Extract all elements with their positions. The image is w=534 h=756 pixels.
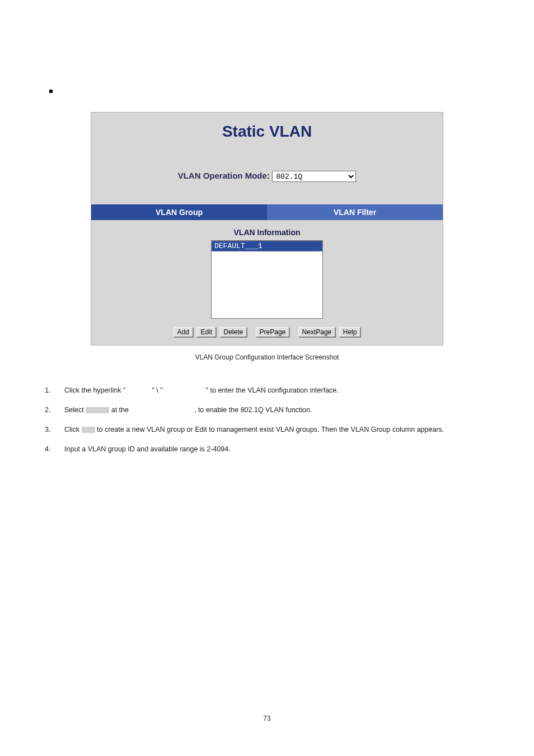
step-number: 1.	[45, 384, 64, 398]
prepage-button[interactable]: PrePage	[256, 327, 290, 337]
page-number: 73	[0, 715, 534, 722]
text-fragment: , to enable the 802.1Q VLAN function.	[194, 406, 312, 414]
mode-row: VLAN Operation Mode: 802.1Q	[91, 143, 443, 193]
nextpage-button[interactable]: NextPage	[298, 327, 336, 337]
figure-caption: VLAN Group Configuration Interface Scree…	[45, 353, 489, 361]
step-text: Click the hyperlink " " \ " " to enter t…	[64, 384, 489, 398]
step-text: Input a VLAN group ID and available rang…	[64, 442, 489, 456]
step-3: 3. Click to create a new VLAN group or E…	[45, 423, 489, 437]
panel-title: Static VLAN	[91, 113, 443, 143]
mode-label: VLAN Operation Mode:	[178, 171, 270, 180]
list-item[interactable]: DEFAULT___1	[212, 241, 322, 251]
add-button[interactable]: Add	[174, 327, 193, 337]
step-text: Click to create a new VLAN group or Edit…	[64, 423, 489, 437]
step-text: Select at the , to enable the 802.1Q VLA…	[64, 403, 489, 417]
text-fragment: " \ "	[152, 386, 162, 394]
help-button[interactable]: Help	[339, 327, 361, 337]
steps-list: 1. Click the hyperlink " " \ " " to ente…	[45, 384, 489, 456]
delete-button[interactable]: Delete	[220, 327, 247, 337]
mode-select[interactable]: 802.1Q	[272, 171, 356, 182]
vlan-listbox[interactable]: DEFAULT___1	[211, 240, 323, 319]
step-number: 3.	[45, 423, 64, 437]
screenshot-panel: Static VLAN VLAN Operation Mode: 802.1Q …	[91, 112, 443, 346]
text-fragment: Select	[64, 406, 86, 414]
vlan-info-header: VLAN Information	[91, 220, 443, 240]
text-fragment: Click the hyperlink "	[64, 386, 125, 394]
bullet-square	[49, 90, 53, 93]
step-2: 2. Select at the , to enable the 802.1Q …	[45, 403, 489, 417]
edit-button[interactable]: Edit	[196, 327, 216, 337]
tab-bar: VLAN Group VLAN Filter	[91, 204, 443, 220]
text-fragment: at the	[111, 406, 131, 414]
blank-placeholder	[82, 427, 95, 433]
blank-placeholder	[86, 407, 109, 413]
step-number: 2.	[45, 403, 64, 417]
vlan-info-section: VLAN Information DEFAULT___1 Add Edit De…	[91, 220, 443, 345]
step-number: 4.	[45, 442, 64, 456]
tab-vlan-group[interactable]: VLAN Group	[91, 204, 267, 220]
step-4: 4. Input a VLAN group ID and available r…	[45, 442, 489, 456]
text-fragment: to create a new VLAN group or Edit to ma…	[97, 426, 444, 433]
step-1: 1. Click the hyperlink " " \ " " to ente…	[45, 384, 489, 398]
text-fragment: " to enter the VLAN configuration interf…	[206, 386, 339, 394]
text-fragment: Click	[64, 426, 82, 433]
button-row: Add Edit Delete PrePage NextPage Help	[91, 319, 443, 345]
tab-vlan-filter[interactable]: VLAN Filter	[267, 204, 443, 220]
